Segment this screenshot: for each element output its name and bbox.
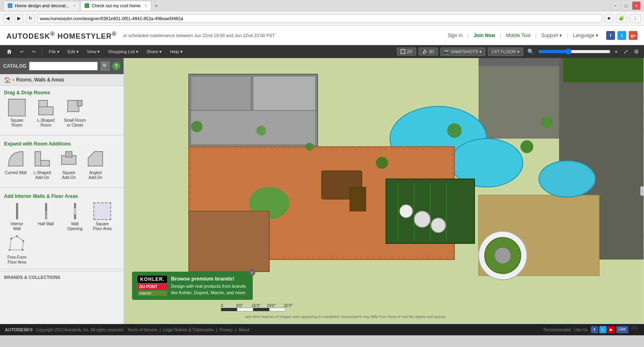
svg-point-13 — [16, 235, 18, 237]
zoom-in-icon[interactable]: + — [613, 48, 619, 55]
angled-addon-item[interactable]: AngledAdd-On — [84, 150, 107, 180]
svg-point-46 — [256, 126, 266, 135]
google-plus-icon[interactable]: g+ — [629, 31, 638, 40]
square-addon-item[interactable]: SquareAdd-On — [57, 150, 80, 180]
footer-tw-icon[interactable]: t — [599, 326, 607, 333]
half-wall-item[interactable]: Half Wall — [33, 202, 59, 231]
sign-in-link[interactable]: Sign In — [448, 33, 462, 38]
wall-opening-item[interactable]: WallOpening — [62, 202, 88, 231]
svg-point-49 — [447, 123, 462, 138]
footer-fb-icon[interactable]: f — [591, 326, 598, 333]
tab-favicon-1 — [8, 3, 12, 8]
svg-rect-21 — [191, 76, 251, 110]
svg-point-51 — [541, 117, 553, 128]
square-floor-label: SquareFloor Area — [93, 222, 111, 231]
twitter-icon[interactable]: t — [617, 31, 626, 40]
square-floor-icon — [93, 202, 111, 220]
svg-point-39 — [400, 205, 413, 218]
svg-point-38 — [431, 218, 446, 233]
ad-title: Browse premium brands! — [171, 276, 247, 282]
dupont-logo: DU PONT — [138, 284, 167, 289]
view-3d-button[interactable]: 3D — [419, 48, 438, 56]
square-room-label: SquareRoom — [10, 118, 23, 128]
maximize-button[interactable]: □ — [621, 1, 630, 10]
svg-point-15 — [22, 249, 24, 251]
support-link[interactable]: Support ▾ — [541, 33, 562, 38]
settings-icon[interactable]: ⚙ — [632, 48, 641, 55]
address-bar[interactable] — [37, 14, 602, 23]
svg-rect-52 — [563, 58, 644, 82]
tab-close-1[interactable]: × — [73, 4, 76, 8]
privacy-link[interactable]: Privacy — [219, 328, 233, 332]
home-icon[interactable]: 🏠 — [4, 77, 11, 83]
fullscreen-icon[interactable]: ⤢ — [622, 48, 630, 55]
footer-brand: AUTODESK® — [5, 327, 33, 332]
language-link[interactable]: Language ▾ — [573, 33, 598, 38]
interior-wall-item[interactable]: InteriorWall — [4, 202, 30, 231]
square-room-icon — [8, 99, 26, 116]
refresh-button[interactable]: ↻ — [26, 14, 35, 23]
small-room-item[interactable]: Small Roomor Closet — [62, 99, 88, 128]
search-input[interactable] — [29, 62, 98, 71]
tab-close-2[interactable]: × — [144, 4, 147, 8]
footer-yt-icon[interactable]: ▶ — [608, 326, 615, 333]
toolbar-help-menu[interactable]: Help ▾ — [167, 48, 186, 56]
interior-wall-label: InteriorWall — [10, 222, 23, 231]
new-tab-button[interactable]: + — [151, 1, 161, 10]
freeform-item[interactable]: Free-FormFloor Area — [4, 235, 30, 265]
social-icons: f t g+ — [606, 31, 638, 40]
facebook-icon[interactable]: f — [606, 31, 615, 40]
toolbar-undo-icon[interactable]: ↩ — [17, 48, 27, 56]
nav-breadcrumb: 🏠 ▾ Rooms, Walls & Areas — [0, 74, 124, 86]
minimize-button[interactable]: − — [611, 1, 620, 10]
tab-inactive[interactable]: Home design and decorat... × — [3, 1, 80, 10]
bookmark-button[interactable]: ★ — [605, 14, 613, 23]
snapshots-button[interactable]: 📷 SNAPSHOTS ▾ — [440, 48, 485, 56]
close-button[interactable]: × — [632, 1, 641, 10]
wall-opening-icon — [74, 202, 76, 220]
extensions-button[interactable]: 🧩 — [616, 14, 627, 23]
svg-point-44 — [539, 161, 595, 197]
footer-like-btn[interactable]: Like — [616, 326, 628, 333]
ad-close-button[interactable]: × — [249, 269, 255, 276]
toolbar-share-menu[interactable]: Share ▾ — [143, 48, 165, 56]
view-2d-button[interactable]: 2D — [397, 48, 416, 56]
terms-link[interactable]: Terms of Service — [127, 328, 157, 332]
back-button[interactable]: ◀ — [3, 14, 12, 23]
toolbar-file-menu[interactable]: File ▾ — [45, 48, 63, 56]
freeform-label: Free-FormFloor Area — [7, 255, 26, 265]
zoom-slider[interactable] — [538, 47, 611, 56]
about-link[interactable]: About — [239, 328, 249, 332]
catalog-label: CATALOG — [3, 63, 27, 69]
legal-link[interactable]: Legal Notices & Trademarks — [163, 328, 214, 332]
mobile-tool-link[interactable]: Mobile Tool — [506, 33, 530, 38]
canvas-area[interactable]: 0 8'0" 16'0" 24'0" 32'0" and other featu… — [124, 58, 644, 324]
right-scroll-indicator[interactable]: › — [640, 187, 644, 196]
toolbar-view-menu[interactable]: View ▾ — [84, 48, 103, 56]
tab-active[interactable]: Check out my cool home × — [80, 1, 151, 10]
square-room-item[interactable]: SquareRoom — [4, 99, 30, 128]
zoom-out-icon[interactable]: 🔍 — [526, 48, 536, 55]
l-shaped-room-item[interactable]: L-ShapedRoom — [33, 99, 59, 128]
toolbar-shopping-list-menu[interactable]: Shopping List ▾ — [105, 48, 142, 56]
help-button[interactable]: ? — [112, 62, 120, 70]
footer-copyright: Copyright 2013 Autodesk, Inc. All rights… — [36, 328, 124, 332]
expand-section: Expand with Room Additions Curved Wall — [0, 137, 124, 186]
toolbar-home-icon[interactable] — [3, 47, 15, 56]
half-wall-icon — [45, 202, 47, 220]
square-floor-item[interactable]: SquareFloor Area — [91, 202, 114, 231]
forward-button[interactable]: ▶ — [14, 14, 23, 23]
curved-wall-item[interactable]: Curved Wall — [4, 150, 27, 180]
join-now-link[interactable]: Join Now — [474, 33, 495, 38]
toolbar-redo-icon[interactable]: ↪ — [29, 48, 39, 56]
floor-selector-button[interactable]: 1ST FLOOR ▾ — [488, 48, 523, 56]
svg-rect-8 — [66, 152, 72, 157]
half-wall-label: Half Wall — [38, 222, 54, 226]
svg-point-50 — [520, 140, 533, 153]
toolbar-edit-menu[interactable]: Edit ▾ — [64, 48, 82, 56]
search-button[interactable]: 🔍 — [100, 61, 110, 71]
l-shaped-addon-item[interactable]: L-ShapedAdd-On — [31, 150, 54, 180]
svg-point-45 — [191, 121, 202, 132]
expand-items-grid: Curved Wall L-ShapedAdd-On — [4, 150, 120, 180]
menu-button[interactable]: ⋮ — [630, 14, 641, 23]
